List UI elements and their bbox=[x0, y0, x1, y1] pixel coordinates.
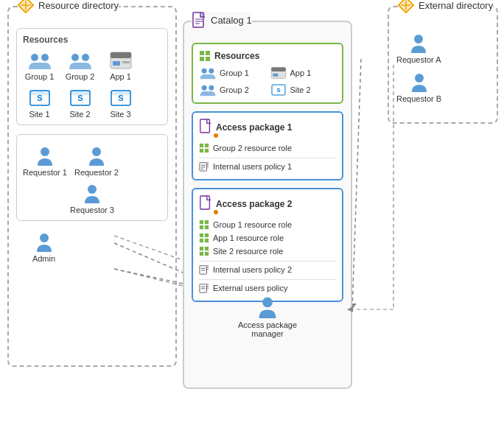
main-container: Resource directory Resources Group 1 bbox=[0, 0, 504, 428]
role-grid-icon3 bbox=[199, 233, 209, 243]
role-grid-icon2 bbox=[199, 220, 209, 230]
pkg2-policy1: Internal users policy 2 bbox=[199, 261, 336, 276]
svg-rect-21 bbox=[71, 91, 90, 95]
requestor2: Requestor 2 bbox=[74, 145, 119, 177]
admin-icon bbox=[34, 231, 55, 252]
requestorB: Requestor B bbox=[396, 71, 441, 103]
svg-rect-66 bbox=[200, 220, 203, 224]
catalog-label: Catalog 1 bbox=[192, 12, 252, 28]
catalog-resources-grid-icon bbox=[199, 50, 211, 62]
resource-group2: Group 2 bbox=[63, 51, 97, 81]
pkg1-medal bbox=[212, 132, 220, 139]
svg-rect-67 bbox=[205, 220, 209, 224]
svg-rect-53 bbox=[200, 119, 210, 133]
svg-rect-18 bbox=[30, 91, 49, 95]
svg-point-9 bbox=[41, 54, 49, 61]
svg-point-90 bbox=[262, 297, 273, 307]
app1-icon bbox=[108, 51, 133, 70]
cat-group1-icon bbox=[199, 66, 217, 80]
svg-rect-68 bbox=[200, 225, 203, 229]
requestor1-icon bbox=[35, 145, 55, 166]
resource-icon-grid: Group 1 Group 2 bbox=[23, 51, 161, 119]
svg-rect-71 bbox=[205, 234, 209, 237]
svg-rect-55 bbox=[205, 144, 209, 147]
catalog-resources-grid: Group 1 App 1 bbox=[199, 66, 336, 97]
pkg2-medal bbox=[212, 208, 220, 216]
svg-point-34 bbox=[415, 74, 424, 83]
site2-icon: S bbox=[68, 88, 93, 108]
cat-app1-icon bbox=[270, 66, 287, 80]
svg-rect-73 bbox=[205, 239, 209, 242]
pkg2-role1: Group 1 resource role bbox=[199, 218, 336, 231]
svg-rect-43 bbox=[206, 57, 210, 61]
svg-point-10 bbox=[71, 54, 79, 61]
svg-point-33 bbox=[414, 35, 423, 43]
requestorB-icon bbox=[409, 71, 430, 92]
svg-point-11 bbox=[82, 54, 89, 61]
external-requestor-grid: Requestor A Requestor B bbox=[396, 32, 489, 103]
svg-text:S: S bbox=[276, 87, 280, 94]
catalog-resources-header: Resources bbox=[199, 50, 336, 62]
svg-point-45 bbox=[209, 69, 214, 74]
svg-point-8 bbox=[31, 54, 38, 61]
admin-section: Admin bbox=[16, 231, 168, 263]
resources-label: Resources bbox=[23, 35, 161, 45]
requestorA: Requestor A bbox=[396, 32, 441, 64]
resource-site2: S Site 2 bbox=[63, 88, 97, 119]
svg-rect-42 bbox=[200, 57, 204, 61]
svg-rect-65 bbox=[200, 196, 210, 209]
pkg2-doc-icon bbox=[199, 195, 212, 210]
catalog-doc-icon bbox=[192, 12, 206, 28]
svg-point-26 bbox=[92, 147, 101, 156]
resource-directory: Resource directory Resources Group 1 bbox=[7, 6, 177, 367]
access-package-1: Access package 1 Group 2 resource role bbox=[192, 111, 343, 180]
svg-point-44 bbox=[202, 69, 207, 74]
requestor3: Requestor 3 bbox=[23, 183, 161, 214]
svg-rect-69 bbox=[205, 225, 209, 229]
access-package-manager: Access packagemanager bbox=[192, 295, 343, 338]
role-grid-icon bbox=[199, 143, 209, 153]
svg-rect-48 bbox=[273, 74, 278, 77]
svg-rect-76 bbox=[200, 252, 203, 256]
svg-point-27 bbox=[88, 185, 97, 194]
catalog-resources-box: Resources Group 1 bbox=[192, 43, 343, 104]
svg-rect-70 bbox=[200, 234, 203, 237]
svg-rect-40 bbox=[200, 51, 204, 55]
requestor3-row: Requestor 3 bbox=[23, 183, 161, 214]
svg-rect-15 bbox=[122, 61, 130, 63]
pkg1-role1: Group 2 resource role bbox=[199, 141, 336, 155]
external-directory: External directory Requestor A Requestor… bbox=[388, 6, 498, 124]
svg-line-2 bbox=[352, 59, 361, 309]
pkg2-doc-wrapper bbox=[199, 195, 212, 212]
resource-directory-label: Resource directory bbox=[18, 0, 119, 13]
pkg2-role2: App 1 resource role bbox=[199, 231, 336, 245]
svg-rect-75 bbox=[205, 247, 209, 250]
requestors-section: Requestor 1 Requestor 2 R bbox=[16, 134, 168, 221]
pkg2-policy2: External users policy bbox=[199, 279, 336, 295]
cat-group2-icon bbox=[199, 83, 217, 97]
svg-rect-14 bbox=[113, 61, 120, 66]
svg-rect-57 bbox=[205, 149, 209, 152]
svg-rect-36 bbox=[200, 13, 205, 17]
catalog-group2: Group 2 bbox=[199, 83, 266, 97]
pkg1-doc-icon bbox=[199, 119, 212, 133]
access-package-2: Access package 2 Group 1 resource role bbox=[192, 188, 343, 302]
svg-rect-77 bbox=[205, 252, 209, 256]
requestorA-icon bbox=[408, 32, 429, 53]
svg-rect-72 bbox=[200, 239, 203, 242]
svg-rect-13 bbox=[111, 52, 131, 58]
catalog-container: Catalog 1 Resources bbox=[183, 21, 352, 389]
access-package-1-header: Access package 1 bbox=[199, 119, 336, 136]
svg-rect-74 bbox=[200, 247, 203, 250]
svg-point-50 bbox=[209, 85, 214, 91]
svg-rect-54 bbox=[200, 144, 203, 147]
role-grid-icon4 bbox=[199, 246, 209, 256]
resource-app1: App 1 bbox=[104, 51, 137, 81]
access-package-2-header: Access package 2 bbox=[199, 195, 336, 212]
admin: Admin bbox=[27, 231, 60, 263]
policy-icon bbox=[199, 161, 209, 172]
requestor3-icon bbox=[82, 183, 102, 203]
svg-rect-24 bbox=[111, 91, 130, 95]
requestor2-icon bbox=[86, 145, 107, 166]
requestor-icon-grid: Requestor 1 Requestor 2 bbox=[23, 145, 161, 177]
